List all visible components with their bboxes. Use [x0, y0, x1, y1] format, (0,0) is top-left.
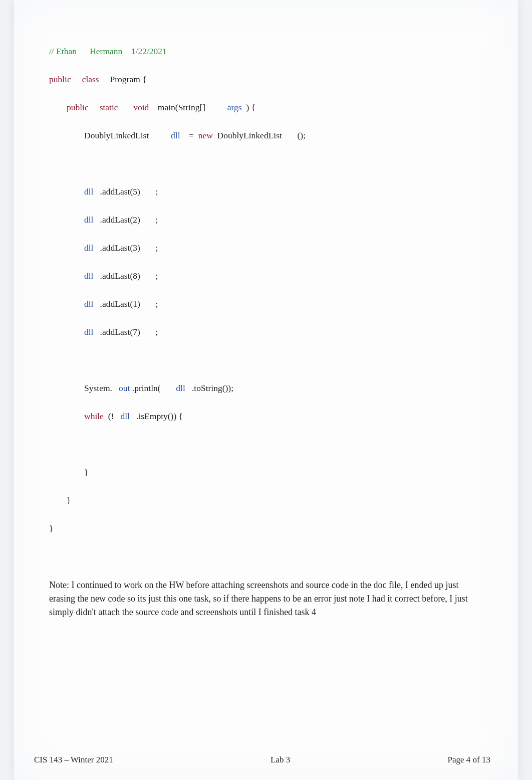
note-paragraph: Note: I continued to work on the HW befo… — [49, 578, 483, 619]
semi: ; — [155, 215, 158, 225]
brace-close: } — [49, 523, 53, 533]
system: System. — [84, 383, 112, 393]
kw-public: public — [49, 74, 71, 84]
not: (! — [108, 411, 114, 421]
page-footer: CIS 143 – Winter 2021 Lab 3 Page 4 of 13 — [34, 755, 490, 765]
call-addlast: .addLast(1) — [100, 299, 140, 309]
brace-close: } — [84, 467, 88, 477]
kw-static: static — [100, 102, 118, 112]
call-addlast: .addLast(2) — [100, 215, 140, 225]
out: out — [119, 383, 130, 393]
call-addlast: .addLast(8) — [100, 271, 140, 281]
footer-center: Lab 3 — [271, 755, 290, 765]
semi: ; — [155, 271, 158, 281]
footer-right: Page 4 of 13 — [448, 755, 490, 765]
var-dll: dll — [84, 243, 93, 253]
call-addlast: .addLast(3) — [100, 243, 140, 253]
kw-public: public — [67, 102, 89, 112]
var-dll: dll — [84, 327, 93, 337]
var-dll: dll — [84, 271, 93, 281]
semi: ; — [155, 186, 158, 197]
semi: ; — [155, 299, 158, 309]
code-comment: // Ethan Hermann 1/22/2021 — [49, 46, 167, 56]
println: .println( — [132, 383, 161, 393]
kw-while: while — [84, 411, 104, 421]
tostring: .toString()); — [192, 383, 233, 393]
document-page: // Ethan Hermann 1/22/2021 public class … — [14, 0, 518, 780]
eq: = — [189, 130, 194, 140]
footer-left: CIS 143 – Winter 2021 — [34, 755, 113, 765]
var-dll: dll — [176, 383, 185, 393]
parens: (); — [297, 130, 306, 140]
semi: ; — [155, 243, 158, 253]
var-dll: dll — [84, 215, 93, 225]
code-block: // Ethan Hermann 1/22/2021 public class … — [49, 30, 483, 563]
var-dll: dll — [120, 411, 129, 421]
type-dll: DoublyLinkedList — [84, 130, 149, 140]
call-addlast: .addLast(5) — [100, 186, 140, 197]
semi: ; — [155, 327, 158, 337]
class-name: Program { — [110, 74, 147, 84]
brace-close: } — [67, 495, 71, 505]
kw-class: class — [82, 74, 99, 84]
ctor: DoublyLinkedList — [217, 130, 282, 140]
var-dll: dll — [171, 130, 180, 140]
kw-new: new — [198, 130, 213, 140]
param-args: args — [227, 102, 242, 112]
isempty: .isEmpty()) { — [136, 411, 183, 421]
var-dll: dll — [84, 299, 93, 309]
kw-void: void — [133, 102, 149, 112]
var-dll: dll — [84, 186, 93, 197]
brace: ) { — [246, 102, 255, 112]
call-addlast: .addLast(7) — [100, 327, 140, 337]
method-sig: main(String[] — [158, 102, 205, 112]
